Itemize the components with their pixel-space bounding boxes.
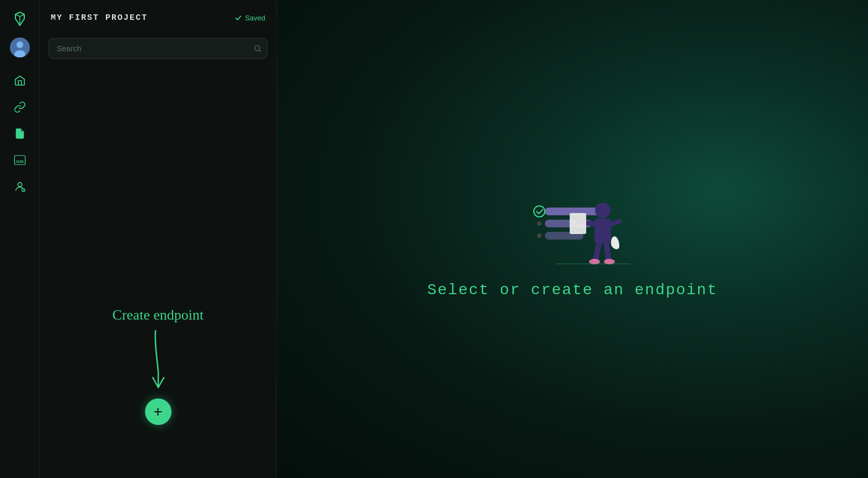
left-panel-content: Create endpoint +: [49, 68, 267, 469]
logo-button[interactable]: [8, 7, 32, 31]
nav-links[interactable]: [8, 95, 32, 119]
annotation-area: Create endpoint +: [112, 307, 203, 425]
empty-state: Select or create an endpoint: [427, 180, 717, 299]
main-content: Select or create an endpoint: [277, 0, 868, 478]
nav-home[interactable]: [8, 68, 32, 93]
search-container: [49, 38, 267, 59]
create-arrow: [136, 328, 180, 394]
user-avatar[interactable]: [10, 38, 30, 57]
search-input[interactable]: [49, 38, 267, 59]
search-icon[interactable]: [253, 44, 262, 53]
svg-line-19: [596, 243, 599, 260]
nav-json[interactable]: JSON: [8, 148, 32, 172]
empty-state-text: Select or create an endpoint: [427, 282, 717, 299]
add-endpoint-button[interactable]: +: [145, 399, 172, 425]
svg-point-14: [595, 203, 610, 218]
project-title: MY FIRST PROJECT: [51, 13, 148, 23]
icon-sidebar: JSON: [0, 0, 40, 478]
saved-label: Saved: [245, 14, 265, 22]
left-panel: MY FIRST PROJECT Saved Create endpoint: [40, 0, 277, 478]
project-header: MY FIRST PROJECT Saved: [49, 9, 267, 27]
nav-user-settings[interactable]: [8, 174, 32, 199]
svg-line-20: [607, 243, 608, 260]
svg-point-7: [255, 46, 260, 51]
nav-document[interactable]: [8, 121, 32, 146]
svg-point-1: [17, 41, 23, 48]
saved-badge: Saved: [234, 14, 265, 22]
svg-line-17: [611, 221, 619, 224]
empty-state-illustration: [523, 180, 622, 268]
svg-rect-18: [570, 213, 586, 234]
svg-text:JSON: JSON: [15, 160, 23, 163]
create-endpoint-label: Create endpoint: [112, 307, 203, 323]
svg-point-11: [534, 206, 545, 217]
add-button-label: +: [153, 404, 162, 419]
svg-point-5: [18, 183, 22, 187]
svg-point-13: [537, 233, 542, 238]
svg-rect-15: [594, 219, 611, 243]
svg-point-12: [537, 221, 542, 226]
